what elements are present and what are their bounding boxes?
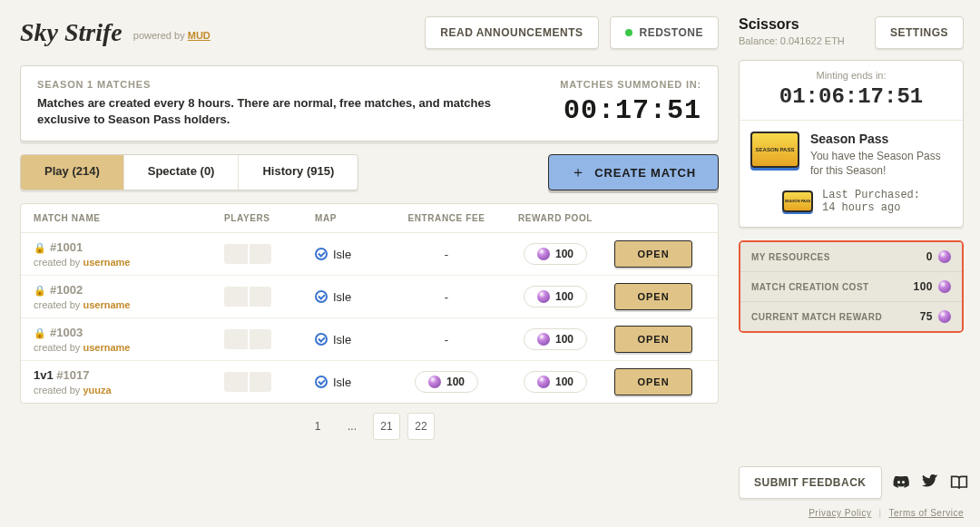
read-announcements-button[interactable]: Read Announcements — [425, 16, 598, 49]
verified-icon — [315, 333, 328, 346]
orb-icon — [537, 248, 550, 260]
tos-link[interactable]: Terms of Service — [889, 508, 964, 518]
last-purchased-label: Last Purchased: — [822, 189, 920, 201]
countdown-timer: 00:17:51 — [560, 95, 701, 126]
status-dot-icon — [625, 29, 632, 36]
settings-button[interactable]: Settings — [875, 16, 964, 49]
col-reward-pool: Reward Pool — [496, 213, 614, 223]
players-indicator — [224, 329, 271, 349]
network-button[interactable]: REDSTONE — [610, 16, 719, 49]
reward-pill: 100 — [524, 328, 587, 350]
app-logo: Sky Strife — [20, 18, 122, 47]
tab-history[interactable]: History (915) — [239, 155, 358, 190]
orb-icon — [428, 376, 441, 388]
players-indicator — [224, 372, 271, 392]
lock-icon: 🔒 — [34, 285, 46, 296]
divider: | — [878, 508, 881, 518]
table-row: 🔒#1001 created by username Isle - 100 Op… — [21, 233, 718, 276]
create-match-button[interactable]: ＋ Create Match — [548, 154, 719, 190]
tabs: Play (214) Spectate (0) History (915) — [20, 154, 358, 190]
open-button[interactable]: Open — [614, 240, 692, 268]
table-row: 🔒#1002 created by username Isle - 100 Op… — [21, 276, 718, 318]
creator-link[interactable]: username — [83, 299, 130, 310]
powered-by: powered by MUD — [133, 30, 211, 41]
verified-icon — [315, 290, 328, 303]
open-button[interactable]: Open — [614, 283, 692, 310]
creator-link[interactable]: username — [83, 342, 130, 353]
lock-icon: 🔒 — [34, 242, 46, 253]
reward-pill: 100 — [524, 243, 587, 265]
season-pass-icon: SEASON PASS — [750, 132, 799, 168]
last-purchased-time: 14 hours ago — [822, 201, 920, 214]
verified-icon — [315, 376, 328, 388]
resource-label: My Resources — [751, 252, 830, 262]
open-button[interactable]: Open — [614, 368, 692, 395]
col-players: Players — [224, 213, 315, 223]
players-indicator — [224, 244, 271, 264]
open-button[interactable]: Open — [614, 326, 692, 353]
players-indicator — [224, 287, 271, 307]
discord-icon[interactable] — [889, 471, 913, 494]
orb-icon — [537, 376, 550, 388]
creator-link[interactable]: yuuza — [83, 385, 111, 395]
page-21[interactable]: 21 — [373, 413, 400, 440]
twitter-icon[interactable] — [918, 471, 942, 494]
entrance-fee: - — [397, 333, 496, 346]
reward-pill: 100 — [524, 371, 587, 393]
page-22[interactable]: 22 — [407, 413, 435, 440]
reward-pill: 100 — [524, 286, 587, 307]
tab-play[interactable]: Play (214) — [21, 155, 124, 190]
player-name: Scissors — [739, 16, 845, 33]
matches-table: Match Name Players Map Entrance Fee Rewa… — [20, 203, 719, 404]
book-icon[interactable] — [947, 471, 971, 494]
col-map: Map — [315, 213, 397, 223]
resources-box: My Resources 0 Match Creation Cost 100 C… — [739, 240, 964, 333]
lock-icon: 🔒 — [34, 327, 46, 338]
verified-icon — [315, 248, 328, 260]
season-pass-desc: You have the Season Pass for this Season… — [810, 149, 952, 178]
season-description: Matches are created every 8 hours. There… — [37, 95, 542, 128]
submit-feedback-button[interactable]: Submit Feedback — [739, 466, 882, 499]
mint-card: Minting ends in: 01:06:17:51 SEASON PASS… — [739, 60, 964, 228]
page-1[interactable]: 1 — [304, 413, 331, 440]
tab-spectate[interactable]: Spectate (0) — [124, 155, 240, 190]
season-label: Season 1 Matches — [37, 79, 542, 90]
page-ellipsis: ... — [338, 413, 366, 440]
season-card: Season 1 Matches Matches are created eve… — [20, 65, 719, 142]
privacy-link[interactable]: Privacy Policy — [808, 508, 871, 518]
resource-label: Match Creation Cost — [751, 282, 869, 292]
orb-icon — [537, 290, 550, 303]
player-balance: Balance: 0.041622 ETH — [739, 35, 845, 46]
orb-icon — [938, 310, 951, 323]
entrance-fee: 100 — [397, 371, 496, 393]
mud-link[interactable]: MUD — [188, 30, 211, 41]
entrance-fee: - — [397, 248, 496, 261]
mint-timer: 01:06:17:51 — [750, 84, 952, 109]
season-pass-icon: SEASON PASS — [782, 190, 813, 212]
countdown-label: Matches Summoned In: — [560, 79, 701, 90]
pagination: 1 ... 21 22 — [20, 404, 719, 444]
col-match-name: Match Name — [34, 213, 224, 223]
col-entrance-fee: Entrance Fee — [397, 213, 496, 223]
orb-icon — [938, 250, 951, 263]
orb-icon — [537, 333, 550, 346]
table-row: 1v1 #1017 created by yuuza Isle 100 100 … — [21, 361, 718, 403]
season-pass-title: Season Pass — [810, 132, 952, 146]
mint-label: Minting ends in: — [750, 70, 952, 81]
resource-label: Current Match Reward — [751, 312, 882, 322]
plus-icon: ＋ — [571, 163, 586, 182]
creator-link[interactable]: username — [83, 257, 130, 268]
entrance-fee: - — [397, 290, 496, 304]
orb-icon — [938, 280, 951, 293]
table-row: 🔒#1003 created by username Isle - 100 Op… — [21, 318, 718, 361]
